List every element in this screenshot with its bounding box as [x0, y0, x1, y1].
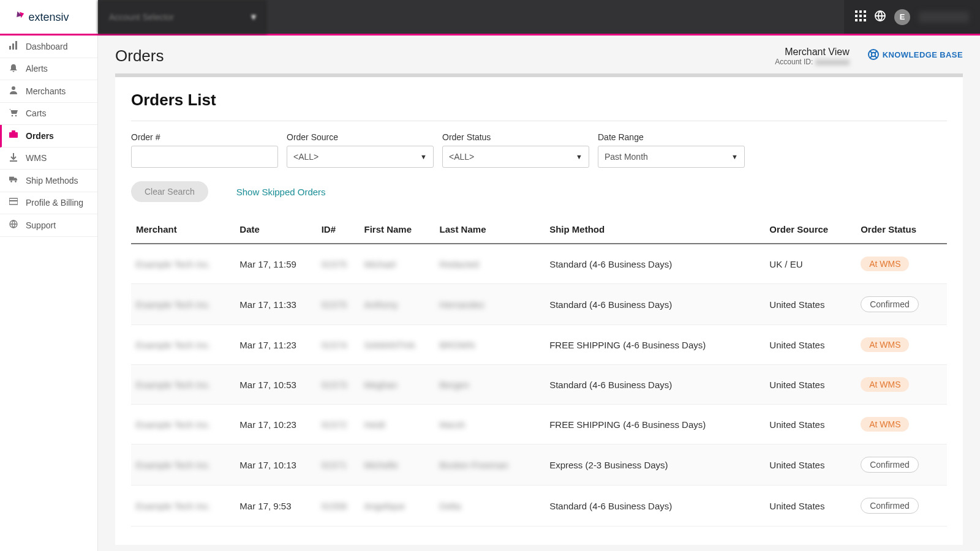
apps-grid-icon[interactable] [855, 10, 866, 23]
table-row[interactable]: Example Tech Inc.Mar 17, 11:3391575Antho… [131, 284, 947, 325]
show-skipped-orders-link[interactable]: Show Skipped Orders [236, 187, 326, 197]
help-globe-icon[interactable] [875, 10, 886, 23]
status-badge: Confirmed [861, 296, 919, 312]
caret-down-icon: ▼ [731, 153, 738, 160]
filters-row: Order # Order Source <ALL> ▼ Order Statu… [131, 132, 947, 168]
table-row[interactable]: Example Tech Inc.Mar 17, 10:5391573Megha… [131, 365, 947, 405]
col-merchant[interactable]: Merchant [131, 218, 235, 244]
cell-order-status: Confirmed [856, 284, 947, 325]
svg-rect-9 [864, 19, 866, 21]
cell-order-status: Confirmed [856, 485, 947, 527]
cell-order-source: United States [764, 284, 856, 325]
brand-logo[interactable]: extensiv [0, 0, 98, 34]
svg-rect-18 [12, 130, 15, 133]
cell-last-name: Hernandez [435, 284, 545, 325]
cell-order-source: UK / EU [764, 244, 856, 284]
sidebar-item-carts[interactable]: Carts [0, 103, 97, 126]
cell-merchant: Example Tech Inc. [131, 284, 235, 325]
svg-rect-23 [9, 200, 18, 201]
svg-rect-5 [859, 15, 862, 17]
select-value: <ALL> [293, 152, 318, 162]
cell-last-name: Bergen [435, 365, 545, 405]
cell-id: 91575 [317, 244, 360, 284]
user-icon [9, 86, 18, 96]
account-selector-dropdown[interactable]: Account Selector ▾ [98, 0, 267, 34]
cell-date: Mar 17, 9:53 [235, 485, 316, 527]
knowledge-base-label: KNOWLEDGE BASE [883, 50, 963, 59]
cell-first-name: Heidi [359, 405, 434, 444]
svg-rect-19 [9, 177, 14, 181]
svg-rect-12 [12, 43, 14, 50]
cell-id: 91571 [317, 444, 360, 485]
svg-rect-3 [864, 10, 866, 13]
cell-last-name: BROWN [435, 325, 545, 365]
sidebar-item-label: Carts [26, 108, 46, 118]
sidebar-item-label: Ship Methods [26, 176, 78, 186]
col-status[interactable]: Order Status [856, 218, 947, 244]
status-badge: At WMS [861, 417, 909, 432]
filter-label: Date Range [598, 132, 745, 142]
cell-last-name: Marsh [435, 405, 545, 444]
cell-order-source: United States [764, 405, 856, 444]
sidebar-item-label: Alerts [26, 64, 48, 73]
col-source[interactable]: Order Source [764, 218, 856, 244]
cell-ship-method: Standard (4-6 Business Days) [545, 485, 764, 527]
svg-rect-8 [859, 19, 862, 21]
sidebar-item-orders[interactable]: Orders [0, 125, 97, 148]
merchant-view-label: Merchant View [775, 47, 849, 58]
date-range-select[interactable]: Past Month ▼ [598, 146, 745, 168]
order-number-input[interactable] [131, 146, 278, 168]
col-id[interactable]: ID# [317, 218, 360, 244]
col-last[interactable]: Last Name [435, 218, 545, 244]
table-header-row: Merchant Date ID# First Name Last Name S… [131, 218, 947, 244]
cell-date: Mar 17, 10:53 [235, 365, 316, 405]
cell-id: 91573 [317, 365, 360, 405]
svg-rect-17 [9, 132, 18, 138]
table-row[interactable]: Example Tech Inc.Mar 17, 10:1391571Miche… [131, 444, 947, 485]
cell-id: 91575 [317, 284, 360, 325]
cell-first-name: Michelle [359, 444, 434, 485]
avatar[interactable]: E [894, 9, 910, 25]
sidebar-item-label: Profile & Billing [26, 198, 83, 208]
status-badge: Confirmed [861, 457, 919, 473]
sidebar-item-label: Orders [26, 131, 54, 141]
cell-date: Mar 17, 10:23 [235, 405, 316, 444]
topbar-right: E [844, 0, 980, 34]
status-badge: At WMS [861, 257, 909, 271]
cell-merchant: Example Tech Inc. [131, 244, 235, 284]
sidebar-item-merchants[interactable]: Merchants [0, 80, 97, 103]
cell-id: 91574 [317, 325, 360, 365]
sidebar-item-ship-methods[interactable]: Ship Methods [0, 170, 97, 192]
cell-order-source: United States [764, 485, 856, 527]
knowledge-base-link[interactable]: KNOWLEDGE BASE [868, 47, 963, 60]
table-row[interactable]: Example Tech Inc.Mar 17, 11:5991575Micha… [131, 244, 947, 284]
sidebar-item-profile-billing[interactable]: Profile & Billing [0, 192, 97, 215]
col-first[interactable]: First Name [359, 218, 434, 244]
caret-down-icon: ▼ [420, 153, 427, 160]
col-date[interactable]: Date [235, 218, 316, 244]
svg-rect-7 [855, 19, 858, 21]
table-row[interactable]: Example Tech Inc.Mar 17, 10:2391572Heidi… [131, 405, 947, 444]
globe-icon [9, 220, 18, 230]
cell-merchant: Example Tech Inc. [131, 444, 235, 485]
table-row[interactable]: Example Tech Inc.Mar 17, 9:5391558Angeli… [131, 485, 947, 527]
svg-rect-4 [855, 15, 858, 17]
content: Orders Merchant View Account ID: KNOWLED… [98, 36, 980, 551]
clear-search-button[interactable]: Clear Search [131, 181, 208, 202]
sidebar-item-alerts[interactable]: Alerts [0, 58, 97, 81]
sidebar: Dashboard Alerts Merchants Carts Orders … [0, 36, 98, 551]
table-row[interactable]: Example Tech Inc.Mar 17, 11:2391574SAMAN… [131, 325, 947, 365]
select-value: Past Month [605, 152, 648, 162]
sidebar-item-support[interactable]: Support [0, 214, 97, 237]
col-ship[interactable]: Ship Method [545, 218, 764, 244]
sidebar-item-wms[interactable]: WMS [0, 148, 97, 170]
order-source-select[interactable]: <ALL> ▼ [287, 146, 434, 168]
actions-row: Clear Search Show Skipped Orders [131, 181, 947, 202]
cell-date: Mar 17, 11:33 [235, 284, 316, 325]
cell-merchant: Example Tech Inc. [131, 325, 235, 365]
cell-ship-method: Express (2-3 Business Days) [545, 444, 764, 485]
sidebar-item-dashboard[interactable]: Dashboard [0, 36, 97, 58]
account-id-label: Account ID: [775, 58, 813, 66]
order-status-select[interactable]: <ALL> ▼ [442, 146, 589, 168]
svg-rect-2 [859, 10, 862, 13]
